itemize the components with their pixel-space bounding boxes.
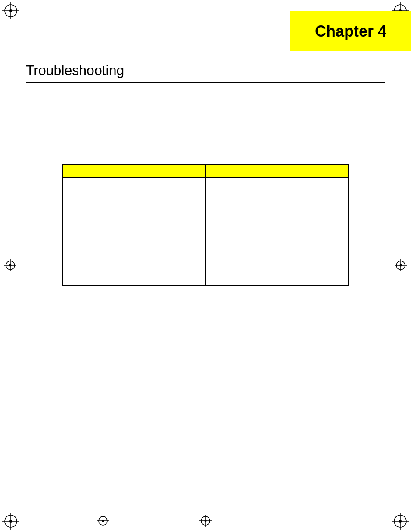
table-row [63, 217, 348, 232]
left-side-mark [4, 259, 16, 273]
svg-point-19 [9, 264, 12, 266]
svg-point-3 [9, 9, 12, 12]
table-cell [206, 193, 348, 217]
table-row [63, 247, 348, 286]
corner-mark-tl [2, 2, 19, 19]
table-header-col1 [63, 164, 206, 178]
page-title-section: Troubleshooting [26, 62, 385, 83]
page: Chapter 4 Troubleshooting [0, 0, 411, 532]
troubleshooting-table [62, 164, 349, 286]
page-title: Troubleshooting [26, 62, 385, 78]
chapter-label: Chapter 4 [315, 22, 386, 40]
table-cell [206, 247, 348, 286]
bottom-line [26, 504, 385, 504]
chapter-banner: Chapter 4 [290, 11, 411, 51]
svg-point-31 [205, 520, 207, 522]
bottom-center-mark-2 [199, 515, 212, 529]
table-row [63, 193, 348, 217]
table-cell [63, 217, 206, 232]
bottom-center-mark [97, 515, 109, 529]
corner-mark-br [392, 513, 409, 530]
table-header-col2 [206, 164, 348, 178]
table-cell [206, 232, 348, 247]
svg-point-11 [9, 520, 12, 523]
table-cell [206, 178, 348, 193]
table-cell [63, 232, 206, 247]
corner-mark-bl [2, 513, 19, 530]
svg-point-27 [102, 520, 104, 522]
table-cell [63, 247, 206, 286]
svg-point-15 [399, 520, 402, 523]
table-row [63, 178, 348, 193]
table-cell [63, 178, 206, 193]
table-cell [63, 193, 206, 217]
table-section [62, 164, 349, 286]
right-side-mark [395, 259, 407, 273]
table-cell [206, 217, 348, 232]
table-row [63, 232, 348, 247]
title-underline [26, 82, 385, 83]
svg-point-23 [400, 264, 402, 266]
table-header-row [63, 164, 348, 178]
